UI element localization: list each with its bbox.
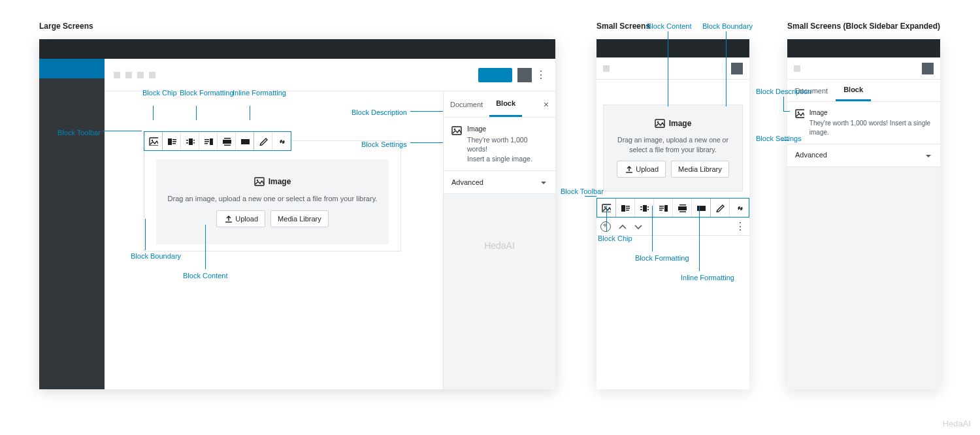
caret-down-icon (538, 178, 547, 187)
settings-toggle[interactable] (731, 63, 743, 74)
align-wide-button[interactable] (673, 199, 692, 217)
media-library-label: Media Library (278, 215, 321, 223)
editor-canvas: Image Drag an image, upload a new one or… (105, 91, 443, 389)
annot-block-formatting-sm: Block Formatting (635, 253, 689, 263)
align-left-button[interactable] (616, 199, 635, 217)
align-right-icon (204, 137, 213, 146)
block-boundary[interactable]: Image Drag an image, upload a new one or… (144, 140, 401, 251)
desc-body-1: They're worth 1,000 words! (467, 136, 527, 153)
editor-topbar: ⋮ (105, 59, 555, 91)
desc-body: They're worth 1,000 words! Insert a sing… (809, 120, 930, 136)
block-hint: Drag an image, upload a new one or selec… (168, 195, 378, 202)
edit-button[interactable] (254, 132, 272, 150)
annot-block-description-p3: Block Description (756, 87, 811, 96)
media-library-label: Media Library (678, 165, 722, 173)
annot-block-boundary-sm-top: Block Boundary (702, 22, 753, 31)
align-wide-button[interactable] (218, 132, 236, 150)
watermark: HedaAI (444, 240, 555, 251)
block-description: Image They're worth 1,000 words! Insert … (787, 102, 940, 144)
image-icon (149, 137, 158, 146)
annot-block-settings: Block Settings (361, 140, 407, 149)
editor-topbar (787, 57, 940, 80)
block-toolbar (596, 198, 749, 218)
link-icon (277, 137, 286, 146)
block-hint: Drag an image, upload a new one or selec… (613, 135, 733, 154)
advanced-panel[interactable]: Advanced (444, 171, 555, 194)
large-screen-mock: ⋮ Image Dr (39, 39, 555, 389)
tab-document[interactable]: Document (444, 91, 489, 117)
annot-inline-formatting: Inline Formatting (233, 88, 286, 97)
annot-block-description: Block Description (351, 108, 407, 117)
align-full-button[interactable] (236, 132, 254, 150)
advanced-label: Advanced (451, 178, 483, 186)
link-button[interactable] (272, 132, 291, 150)
align-left-icon (167, 137, 176, 146)
page-watermark: HedaAI (943, 419, 971, 428)
annot-block-formatting: Block Formatting (180, 88, 234, 97)
block-toolbar (144, 131, 291, 151)
block-content: Image Drag an image, upload a new one or… (156, 159, 389, 244)
link-button[interactable] (730, 199, 749, 217)
image-icon (451, 125, 462, 136)
block-chip[interactable] (144, 132, 163, 150)
annot-block-chip-sm: Block Chip (598, 234, 632, 243)
annot-block-boundary: Block Boundary (131, 251, 181, 261)
block-description: Image They're worth 1,000 words! Insert … (444, 118, 555, 171)
chevron-down-icon[interactable] (633, 222, 642, 231)
tab-block[interactable]: Block (836, 80, 871, 101)
align-full-icon (696, 203, 706, 212)
block-content: Image Drag an image, upload a new one or… (603, 105, 743, 191)
more-menu-icon[interactable]: ⋮ (735, 220, 745, 233)
publish-button[interactable] (478, 68, 512, 82)
annot-block-toolbar: Block Toolbar (57, 128, 101, 137)
align-center-button[interactable] (181, 132, 199, 150)
sidebar-close-icon[interactable]: × (537, 99, 555, 110)
align-right-button[interactable] (199, 132, 218, 150)
advanced-panel[interactable]: Advanced (787, 144, 940, 167)
image-icon (795, 108, 804, 119)
topbar-dot (603, 65, 610, 72)
link-icon (735, 203, 744, 212)
align-wide-icon (678, 203, 687, 212)
tab-block[interactable]: Block (489, 91, 522, 117)
annot-block-content-sm-top: Block Content (647, 22, 691, 31)
heading-large: Large Screens (39, 22, 93, 31)
align-center-icon (186, 137, 195, 146)
settings-toggle[interactable] (517, 68, 532, 82)
topbar-dot (149, 72, 155, 78)
upload-label: Upload (636, 165, 659, 173)
media-library-button[interactable]: Media Library (671, 161, 729, 178)
topbar-dot (137, 72, 144, 78)
chevron-up-icon[interactable] (617, 222, 627, 231)
pencil-icon (259, 137, 268, 146)
align-center-button[interactable] (635, 199, 654, 217)
upload-icon (624, 165, 633, 174)
image-icon (254, 176, 265, 187)
annot-block-content: Block Content (183, 271, 227, 280)
annot-block-settings-p3: Block Settings (756, 134, 802, 143)
admin-sidebar (39, 59, 105, 389)
upload-button[interactable]: Upload (617, 161, 666, 178)
caret-down-icon (923, 151, 932, 160)
block-title: Image (269, 177, 291, 186)
more-menu-icon[interactable]: ⋮ (536, 69, 546, 81)
upload-button[interactable]: Upload (216, 210, 265, 227)
topbar-dot (114, 72, 120, 78)
inserter-button[interactable] (600, 221, 611, 232)
align-wide-icon (222, 137, 231, 146)
align-left-button[interactable] (163, 132, 181, 150)
admin-bar (787, 39, 940, 57)
pencil-icon (715, 203, 725, 212)
align-center-icon (640, 203, 649, 212)
block-title: Image (669, 119, 692, 128)
annot-block-toolbar-sm: Block Toolbar (561, 187, 604, 196)
media-library-button[interactable]: Media Library (270, 210, 329, 227)
heading-small-expanded: Small Screens (Block Sidebar Expanded) (787, 22, 940, 31)
editor-frame: ⋮ Image Dr (105, 59, 555, 389)
admin-sidebar-active[interactable] (39, 59, 105, 78)
desc-body-2: Insert a single image. (467, 155, 532, 163)
align-full-button[interactable] (692, 199, 711, 217)
settings-toggle[interactable] (922, 63, 934, 74)
edit-button[interactable] (711, 199, 730, 217)
align-right-button[interactable] (654, 199, 673, 217)
